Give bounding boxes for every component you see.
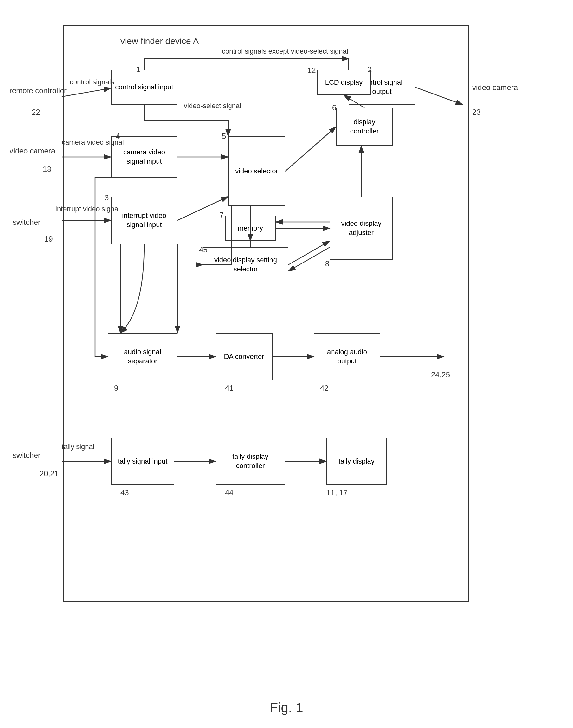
interrupt-video-signal-label: interrupt video signal	[55, 204, 120, 214]
num-3: 3	[105, 193, 109, 202]
num-44: 44	[225, 488, 233, 497]
memory-block: memory	[225, 215, 276, 241]
control-signals-label: control signals	[70, 78, 114, 87]
tally-display-block: tally display	[326, 438, 387, 485]
tally-display-controller-block: tally display controller	[215, 438, 285, 485]
num-11: 11, 17	[326, 488, 348, 497]
num-7: 7	[219, 211, 223, 220]
num-8: 8	[325, 259, 329, 268]
control-signals-except-label: control signals except video-select sign…	[222, 47, 348, 56]
num-19: 19	[44, 235, 53, 244]
interrupt-video-signal-input-block: interrupt video signal input	[111, 197, 177, 244]
video-camera-left-label: video camera	[9, 146, 55, 156]
audio-signal-separator-block: audio signal separator	[108, 333, 177, 381]
switcher-interrupt-label: switcher	[13, 217, 41, 227]
video-display-adjuster-block: video display adjuster	[329, 197, 393, 260]
num-22: 22	[32, 108, 40, 117]
num-6: 6	[332, 103, 336, 112]
da-converter-block: DA converter	[215, 333, 272, 381]
num-45: 45	[199, 245, 208, 254]
video-selector-block: video selector	[228, 136, 285, 206]
tally-signal-input-block: tally signal input	[111, 438, 174, 485]
control-signal-input-block: control signal input	[111, 70, 177, 105]
camera-video-signal-label: camera video signal	[62, 138, 124, 147]
num-5: 5	[222, 132, 226, 141]
num-12: 12	[307, 66, 316, 75]
remote-controller-label: remote controller	[9, 86, 66, 95]
lcd-display-block: LCD display	[317, 70, 371, 95]
video-display-setting-selector-block: video display setting selector	[203, 247, 289, 282]
switcher-tally-label: switcher	[13, 450, 41, 460]
fig-label: Fig. 1	[0, 700, 573, 715]
num-1: 1	[136, 65, 140, 74]
num-42: 42	[320, 384, 329, 393]
video-camera-right-label: video camera	[472, 83, 518, 92]
num-23: 23	[472, 108, 481, 117]
num-43: 43	[120, 488, 129, 497]
num-20: 20,21	[40, 469, 59, 478]
vf-device-box	[63, 26, 469, 602]
tally-signal-label: tally signal	[62, 442, 95, 451]
num-18: 18	[43, 165, 51, 174]
num-4: 4	[116, 132, 120, 141]
page: Fig. 1 view finder device A control sign…	[0, 0, 573, 728]
num-2: 2	[368, 65, 372, 74]
analog-audio-output-block: analog audio output	[314, 333, 380, 381]
num-41: 41	[225, 384, 233, 393]
display-controller-block: display controller	[336, 108, 393, 146]
num-9: 9	[114, 384, 118, 393]
video-select-signal-label: video-select signal	[184, 101, 241, 111]
num-24: 24,25	[431, 370, 450, 379]
